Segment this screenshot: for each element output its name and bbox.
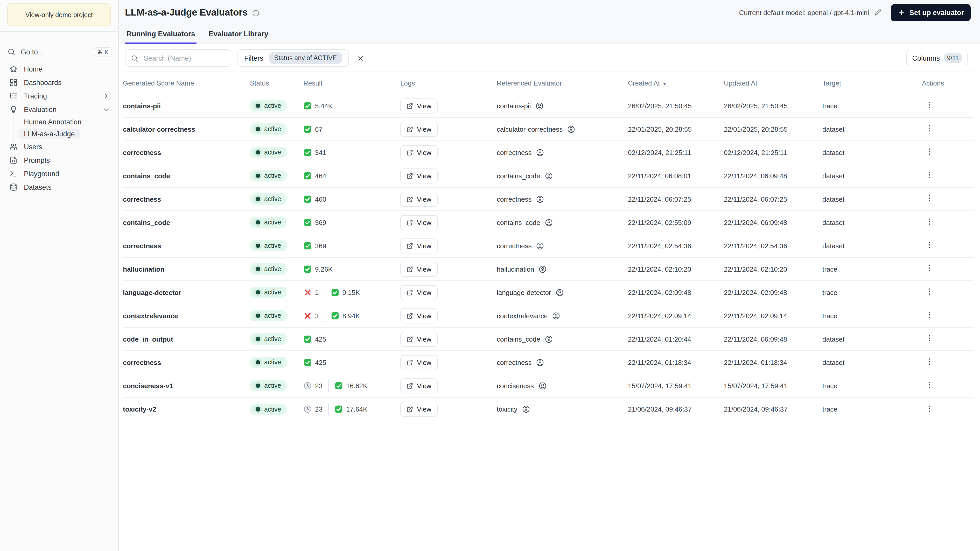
sidebar-item-prompts[interactable]: Prompts bbox=[0, 153, 118, 167]
row-actions-menu-icon[interactable] bbox=[925, 240, 934, 249]
row-actions-menu-icon[interactable] bbox=[925, 124, 934, 133]
logs-view-button[interactable]: View bbox=[400, 122, 438, 137]
status-dot-icon bbox=[256, 244, 260, 248]
column-header-created-at[interactable]: Created At▼ bbox=[628, 79, 724, 87]
target-cell: dataset bbox=[822, 359, 922, 366]
external-link-icon bbox=[407, 172, 413, 179]
table-row[interactable]: language-detectoractive19.15KViewlanguag… bbox=[123, 281, 974, 304]
table-row[interactable]: hallucinationactive9.26KViewhallucinatio… bbox=[123, 257, 974, 281]
row-actions-menu-icon[interactable] bbox=[925, 170, 934, 179]
row-actions-menu-icon[interactable] bbox=[925, 100, 934, 110]
status-badge: active bbox=[250, 357, 287, 368]
logs-view-button[interactable]: View bbox=[400, 285, 438, 300]
result-count: 17.64K bbox=[346, 405, 368, 413]
logs-view-button[interactable]: View bbox=[400, 238, 438, 253]
referenced-evaluator-cell[interactable]: correctness bbox=[497, 148, 628, 157]
tab-running-evaluators[interactable]: Running Evaluators bbox=[125, 30, 197, 44]
status-badge: active bbox=[250, 217, 287, 228]
row-actions-menu-icon[interactable] bbox=[925, 404, 934, 413]
score-name-cell: code_in_output bbox=[123, 335, 250, 343]
table-row[interactable]: correctnessactive425Viewcorrectness22/11… bbox=[123, 351, 974, 374]
row-actions-menu-icon[interactable] bbox=[925, 381, 934, 389]
row-actions-menu-icon[interactable] bbox=[925, 217, 934, 226]
database-icon bbox=[10, 183, 18, 191]
row-actions-menu-icon[interactable] bbox=[925, 357, 934, 366]
referenced-evaluator-name: toxicity bbox=[497, 405, 517, 413]
sidebar-item-datasets[interactable]: Datasets bbox=[0, 180, 118, 194]
referenced-evaluator-cell[interactable]: correctness bbox=[497, 358, 628, 367]
tab-evaluator-library[interactable]: Evaluator Library bbox=[207, 30, 270, 44]
table-row[interactable]: contextrelevanceactive38.94KViewcontextr… bbox=[123, 304, 974, 327]
clear-filters-icon[interactable] bbox=[356, 54, 364, 62]
set-up-evaluator-button[interactable]: Set up evaluator bbox=[891, 4, 970, 21]
table-row[interactable]: contains_codeactive464Viewcontains_code2… bbox=[123, 164, 974, 187]
logs-view-button[interactable]: View bbox=[400, 215, 438, 230]
logs-view-button[interactable]: View bbox=[400, 168, 438, 183]
table-row[interactable]: code_in_outputactive425Viewcontains_code… bbox=[123, 327, 974, 351]
result-count: 369 bbox=[315, 242, 326, 249]
referenced-evaluator-cell[interactable]: calculator-correctness bbox=[497, 125, 628, 133]
logs-view-button[interactable]: View bbox=[400, 332, 438, 346]
sidebar-item-tracing[interactable]: Tracing bbox=[0, 89, 118, 103]
updated-at-cell: 22/11/2024, 06:09:48 bbox=[724, 335, 822, 343]
row-actions-menu-icon[interactable] bbox=[925, 334, 934, 343]
referenced-evaluator-cell[interactable]: contains-pii bbox=[497, 101, 628, 110]
sidebar-item-llm-as-a-judge[interactable]: LLM-as-a-Judge bbox=[0, 128, 118, 140]
status-badge: active bbox=[250, 403, 287, 415]
referenced-evaluator-cell[interactable]: toxicity bbox=[497, 405, 628, 414]
sidebar-item-playground[interactable]: Playground bbox=[0, 167, 118, 180]
logs-view-button[interactable]: View bbox=[400, 145, 438, 160]
table-row[interactable]: contains_codeactive369Viewcontains_code2… bbox=[123, 211, 974, 234]
row-actions-menu-icon[interactable] bbox=[925, 147, 934, 156]
logs-view-button[interactable]: View bbox=[400, 98, 438, 113]
table-row[interactable]: correctnessactive341Viewcorrectness02/12… bbox=[123, 141, 974, 164]
table-row[interactable]: conciseness-v1active2316.62KViewconcisen… bbox=[123, 374, 974, 398]
referenced-evaluator-cell[interactable]: contains_code bbox=[497, 171, 628, 180]
status-badge: active bbox=[250, 310, 287, 321]
demo-project-link[interactable]: demo project bbox=[55, 11, 93, 18]
search-icon bbox=[7, 48, 16, 56]
sidebar-item-home[interactable]: Home bbox=[0, 62, 118, 76]
referenced-evaluator-cell[interactable]: contextrelevance bbox=[497, 311, 628, 320]
row-actions-menu-icon[interactable] bbox=[925, 311, 934, 319]
created-at-cell: 26/02/2025, 21:50:45 bbox=[628, 102, 724, 110]
sidebar-item-users[interactable]: Users bbox=[0, 140, 118, 153]
column-header-generated-score-name: Generated Score Name bbox=[123, 79, 250, 87]
search-input[interactable] bbox=[143, 54, 226, 62]
row-actions-menu-icon[interactable] bbox=[925, 287, 934, 296]
user-circle-icon bbox=[536, 358, 544, 367]
table-row[interactable]: toxicity-v2active2317.64KViewtoxicity21/… bbox=[123, 398, 974, 421]
referenced-evaluator-cell[interactable]: contains_code bbox=[497, 218, 628, 227]
referenced-evaluator-cell[interactable]: language-detector bbox=[497, 288, 628, 297]
sidebar-item-human-annotation[interactable]: Human Annotation bbox=[0, 116, 118, 128]
score-name-cell: language-detector bbox=[123, 289, 250, 296]
sidebar-item-dashboards[interactable]: Dashboards bbox=[0, 76, 118, 89]
referenced-evaluator-cell[interactable]: hallucination bbox=[497, 265, 628, 273]
sidebar-item-evaluation[interactable]: Evaluation bbox=[0, 103, 118, 116]
column-header-actions: Actions bbox=[922, 79, 974, 87]
x-mark-icon bbox=[303, 288, 312, 297]
external-link-icon bbox=[407, 196, 413, 202]
column-header-updated-at[interactable]: Updated At bbox=[724, 79, 822, 87]
referenced-evaluator-cell[interactable]: correctness bbox=[497, 195, 628, 203]
logs-view-button[interactable]: View bbox=[400, 192, 438, 206]
referenced-evaluator-cell[interactable]: correctness bbox=[497, 241, 628, 250]
referenced-evaluator-cell[interactable]: contains_code bbox=[497, 335, 628, 343]
result-cell: 67 bbox=[303, 125, 400, 133]
columns-button[interactable]: Columns 9/11 bbox=[907, 50, 968, 66]
logs-view-button[interactable]: View bbox=[400, 402, 438, 417]
logs-view-button[interactable]: View bbox=[400, 308, 438, 323]
table-row[interactable]: contains-piiactive5.44KViewcontains-pii2… bbox=[123, 94, 974, 118]
table-row[interactable]: calculator-correctnessactive67Viewcalcul… bbox=[123, 118, 974, 141]
logs-view-button[interactable]: View bbox=[400, 378, 438, 393]
logs-view-button[interactable]: View bbox=[400, 355, 438, 370]
logs-view-button[interactable]: View bbox=[400, 262, 438, 276]
row-actions-menu-icon[interactable] bbox=[925, 194, 934, 203]
row-actions-menu-icon[interactable] bbox=[925, 264, 934, 273]
referenced-evaluator-cell[interactable]: conciseness bbox=[497, 381, 628, 390]
filters-button[interactable]: Filters Status any of ACTIVE bbox=[237, 49, 349, 67]
goto-search[interactable]: Go to... ⌘ K bbox=[7, 44, 112, 59]
pencil-icon[interactable] bbox=[874, 9, 881, 16]
table-row[interactable]: correctnessactive369Viewcorrectness22/11… bbox=[123, 234, 974, 257]
table-row[interactable]: correctnessactive460Viewcorrectness22/11… bbox=[123, 187, 974, 211]
